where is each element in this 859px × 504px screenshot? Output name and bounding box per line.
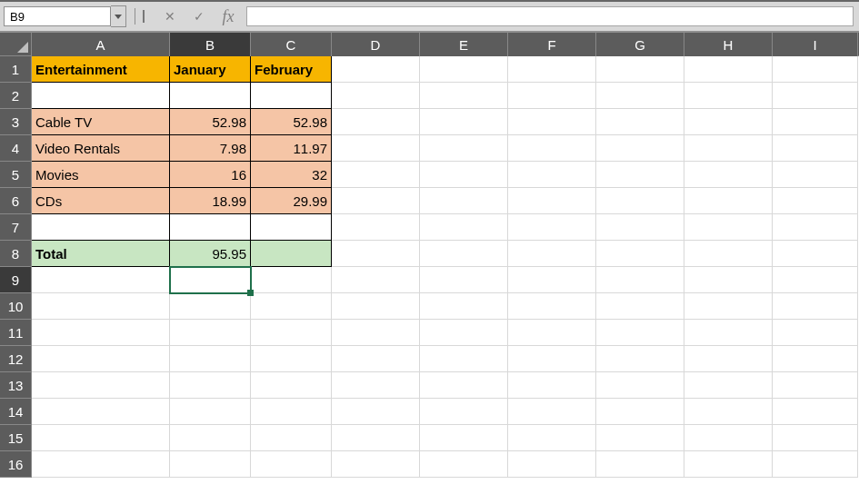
cell[interactable] <box>420 109 508 135</box>
cell[interactable]: January <box>170 56 251 83</box>
cell[interactable] <box>773 83 858 109</box>
cell[interactable] <box>596 135 684 162</box>
cell[interactable] <box>596 267 684 293</box>
cell[interactable] <box>508 451 596 478</box>
cell[interactable] <box>684 56 773 83</box>
row-header-1[interactable]: 1 <box>0 56 31 83</box>
column-header-G[interactable]: G <box>596 33 684 56</box>
cell[interactable] <box>251 267 332 293</box>
cell[interactable] <box>773 372 858 399</box>
cell[interactable] <box>773 188 858 214</box>
cell[interactable]: Video Rentals <box>32 135 170 162</box>
cell[interactable] <box>684 320 773 346</box>
cell[interactable] <box>508 372 596 399</box>
cell[interactable] <box>773 135 858 162</box>
cell[interactable] <box>420 83 508 109</box>
cell[interactable]: 16 <box>170 162 251 188</box>
cell[interactable] <box>773 214 858 241</box>
cell[interactable] <box>251 293 332 320</box>
row-header-15[interactable]: 15 <box>0 425 31 451</box>
cell[interactable]: 29.99 <box>251 188 332 214</box>
cell[interactable] <box>420 241 508 267</box>
cell[interactable] <box>508 399 596 425</box>
column-header-H[interactable]: H <box>684 33 773 56</box>
row-header-5[interactable]: 5 <box>0 162 31 188</box>
cell[interactable] <box>251 451 332 478</box>
cell[interactable]: 52.98 <box>170 109 251 135</box>
cell[interactable] <box>684 162 773 188</box>
cancel-button[interactable]: ✕ <box>155 5 185 27</box>
cell[interactable] <box>420 399 508 425</box>
cell[interactable] <box>596 162 684 188</box>
cell[interactable]: 11.97 <box>251 135 332 162</box>
cell[interactable] <box>508 188 596 214</box>
cell[interactable] <box>32 293 170 320</box>
row-header-9[interactable]: 9 <box>0 267 31 293</box>
cell[interactable] <box>170 267 251 293</box>
cell[interactable] <box>251 241 332 267</box>
cell[interactable] <box>251 320 332 346</box>
row-header-11[interactable]: 11 <box>0 320 31 346</box>
cell[interactable] <box>773 109 858 135</box>
cell[interactable] <box>684 188 773 214</box>
cell[interactable] <box>684 83 773 109</box>
cell[interactable] <box>332 109 420 135</box>
cell[interactable] <box>251 346 332 372</box>
cell[interactable]: CDs <box>32 188 170 214</box>
cell[interactable] <box>508 267 596 293</box>
cell[interactable] <box>332 214 420 241</box>
cell[interactable] <box>773 56 858 83</box>
cell[interactable] <box>508 214 596 241</box>
row-header-14[interactable]: 14 <box>0 399 31 425</box>
cell[interactable] <box>508 162 596 188</box>
cell[interactable] <box>508 320 596 346</box>
cell[interactable] <box>596 109 684 135</box>
cell[interactable] <box>332 188 420 214</box>
cell[interactable] <box>684 135 773 162</box>
confirm-button[interactable]: ✓ <box>185 5 214 27</box>
row-header-4[interactable]: 4 <box>0 135 31 162</box>
cell[interactable] <box>170 399 251 425</box>
cell[interactable]: 32 <box>251 162 332 188</box>
column-header-C[interactable]: C <box>251 33 332 56</box>
cell[interactable] <box>332 399 420 425</box>
cell[interactable]: 95.95 <box>170 241 251 267</box>
cell[interactable]: Movies <box>32 162 170 188</box>
cell[interactable] <box>332 162 420 188</box>
cell[interactable] <box>32 346 170 372</box>
formula-input[interactable] <box>246 6 854 26</box>
cell[interactable] <box>684 293 773 320</box>
cell[interactable] <box>684 399 773 425</box>
cell[interactable] <box>32 399 170 425</box>
cell[interactable] <box>420 162 508 188</box>
cell[interactable] <box>420 267 508 293</box>
name-box-dropdown[interactable] <box>111 5 126 27</box>
cell[interactable] <box>773 451 858 478</box>
row-header-7[interactable]: 7 <box>0 214 31 241</box>
cell[interactable] <box>596 241 684 267</box>
cell[interactable] <box>684 425 773 451</box>
cell[interactable] <box>32 267 170 293</box>
row-header-2[interactable]: 2 <box>0 83 31 109</box>
cell[interactable] <box>684 451 773 478</box>
cell[interactable] <box>684 346 773 372</box>
cell[interactable] <box>332 56 420 83</box>
cell[interactable] <box>420 320 508 346</box>
drag-handle-icon[interactable] <box>143 10 145 23</box>
cell[interactable] <box>420 188 508 214</box>
cell[interactable] <box>508 425 596 451</box>
column-header-A[interactable]: A <box>32 33 170 56</box>
cell[interactable] <box>420 293 508 320</box>
cell[interactable]: Entertainment <box>32 56 170 83</box>
row-header-3[interactable]: 3 <box>0 109 31 135</box>
cell[interactable] <box>332 320 420 346</box>
cell[interactable] <box>684 241 773 267</box>
cell[interactable]: 52.98 <box>251 109 332 135</box>
column-header-D[interactable]: D <box>332 33 420 56</box>
cell[interactable] <box>332 372 420 399</box>
cell[interactable] <box>32 451 170 478</box>
row-header-6[interactable]: 6 <box>0 188 31 214</box>
cell[interactable] <box>420 135 508 162</box>
cell[interactable] <box>596 346 684 372</box>
cell[interactable] <box>773 293 858 320</box>
